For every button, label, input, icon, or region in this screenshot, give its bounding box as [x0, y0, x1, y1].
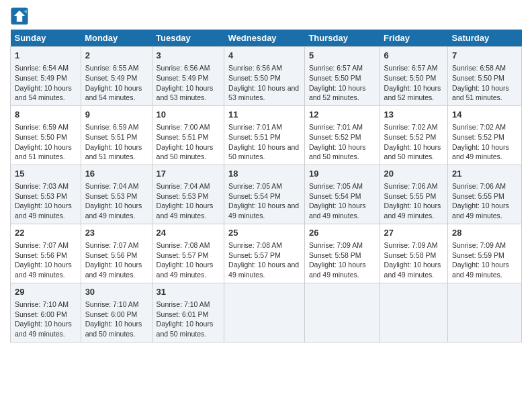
sunrise-label: Sunrise: 7:04 AM [157, 182, 210, 190]
sunrise-label: Sunrise: 7:02 AM [384, 123, 438, 131]
sunset-label: Sunset: 5:51 PM [157, 133, 209, 141]
sunset-label: Sunset: 5:57 PM [157, 251, 209, 259]
calendar-cell: 15Sunrise: 7:03 AMSunset: 5:53 PMDayligh… [11, 165, 81, 224]
sunrise-label: Sunrise: 7:09 AM [384, 241, 438, 249]
calendar-cell [380, 283, 448, 342]
sunrise-label: Sunrise: 6:59 AM [85, 123, 139, 131]
header-row [10, 7, 522, 26]
calendar-cell: 14Sunrise: 7:02 AMSunset: 5:52 PMDayligh… [448, 105, 522, 165]
daylight-label: Daylight: 10 hours and 49 minutes. [85, 201, 142, 220]
calendar-cell: 11Sunrise: 7:01 AMSunset: 5:51 PMDayligh… [224, 105, 305, 165]
daylight-label: Daylight: 10 hours and 51 minutes. [452, 84, 509, 102]
daylight-label: Daylight: 10 hours and 49 minutes. [228, 261, 299, 279]
daylight-label: Daylight: 10 hours and 49 minutes. [384, 201, 441, 220]
header-row-days: SundayMondayTuesdayWednesdayThursdayFrid… [11, 30, 522, 47]
day-number: 6 [384, 50, 444, 62]
calendar-cell [304, 283, 380, 342]
sunset-label: Sunset: 5:52 PM [452, 133, 504, 141]
sunrise-label: Sunrise: 7:00 AM [157, 123, 210, 131]
calendar-cell: 16Sunrise: 7:04 AMSunset: 5:53 PMDayligh… [81, 165, 152, 224]
calendar-cell: 21Sunrise: 7:06 AMSunset: 5:55 PMDayligh… [448, 165, 522, 224]
sunrise-label: Sunrise: 7:09 AM [309, 241, 363, 249]
daylight-label: Daylight: 10 hours and 49 minutes. [452, 201, 509, 220]
day-number: 21 [452, 168, 517, 180]
sunset-label: Sunset: 5:51 PM [85, 133, 138, 141]
sunset-label: Sunset: 5:52 PM [384, 133, 437, 141]
sunset-label: Sunset: 5:49 PM [15, 74, 67, 82]
calendar-table: SundayMondayTuesdayWednesdayThursdayFrid… [10, 30, 522, 342]
calendar-cell: 1Sunrise: 6:54 AMSunset: 5:49 PMDaylight… [11, 47, 81, 106]
day-number: 31 [157, 286, 220, 298]
logo [10, 7, 32, 26]
day-number: 5 [309, 50, 375, 62]
sunrise-label: Sunrise: 7:08 AM [228, 241, 282, 249]
daylight-label: Daylight: 10 hours and 49 minutes. [157, 201, 214, 220]
day-number: 25 [228, 227, 300, 239]
calendar-cell: 25Sunrise: 7:08 AMSunset: 5:57 PMDayligh… [224, 224, 305, 283]
daylight-label: Daylight: 10 hours and 49 minutes. [15, 201, 72, 220]
sunrise-label: Sunrise: 7:01 AM [228, 123, 282, 131]
daylight-label: Daylight: 10 hours and 50 minutes. [157, 143, 214, 161]
calendar-cell: 8Sunrise: 6:59 AMSunset: 5:50 PMDaylight… [11, 105, 81, 165]
day-number: 11 [228, 109, 300, 121]
sunset-label: Sunset: 5:58 PM [309, 251, 361, 259]
calendar-cell: 31Sunrise: 7:10 AMSunset: 6:01 PMDayligh… [152, 283, 224, 342]
calendar-cell: 10Sunrise: 7:00 AMSunset: 5:51 PMDayligh… [152, 105, 224, 165]
day-number: 22 [15, 227, 77, 239]
column-header-saturday: Saturday [448, 30, 522, 47]
day-number: 14 [452, 109, 517, 121]
calendar-cell: 22Sunrise: 7:07 AMSunset: 5:56 PMDayligh… [11, 224, 81, 283]
daylight-label: Daylight: 10 hours and 49 minutes. [452, 261, 509, 279]
column-header-wednesday: Wednesday [224, 30, 305, 47]
sunset-label: Sunset: 5:49 PM [85, 74, 138, 82]
day-number: 26 [309, 227, 375, 239]
calendar-cell: 3Sunrise: 6:56 AMSunset: 5:49 PMDaylight… [152, 47, 224, 106]
sunset-label: Sunset: 5:53 PM [157, 192, 209, 200]
day-number: 24 [157, 227, 220, 239]
sunrise-label: Sunrise: 6:55 AM [85, 64, 139, 72]
day-number: 8 [15, 109, 77, 121]
week-row-1: 1Sunrise: 6:54 AMSunset: 5:49 PMDaylight… [11, 47, 522, 106]
daylight-label: Daylight: 10 hours and 49 minutes. [15, 320, 72, 338]
daylight-label: Daylight: 10 hours and 54 minutes. [15, 84, 72, 102]
day-number: 10 [157, 109, 220, 121]
logo-icon [10, 7, 29, 26]
column-header-monday: Monday [81, 30, 152, 47]
calendar-cell: 9Sunrise: 6:59 AMSunset: 5:51 PMDaylight… [81, 105, 152, 165]
day-number: 7 [452, 50, 517, 62]
sunset-label: Sunset: 6:01 PM [157, 310, 209, 318]
sunrise-label: Sunrise: 7:03 AM [15, 182, 69, 190]
sunset-label: Sunset: 5:55 PM [384, 192, 437, 200]
sunrise-label: Sunrise: 7:07 AM [15, 241, 69, 249]
day-number: 28 [452, 227, 517, 239]
sunset-label: Sunset: 5:56 PM [15, 251, 67, 259]
daylight-label: Daylight: 10 hours and 49 minutes. [309, 201, 366, 220]
daylight-label: Daylight: 10 hours and 50 minutes. [228, 143, 299, 161]
day-number: 1 [15, 50, 77, 62]
daylight-label: Daylight: 10 hours and 50 minutes. [309, 143, 366, 161]
daylight-label: Daylight: 10 hours and 53 minutes. [157, 84, 214, 102]
day-number: 3 [157, 50, 220, 62]
sunset-label: Sunset: 5:51 PM [228, 133, 281, 141]
column-header-thursday: Thursday [304, 30, 380, 47]
daylight-label: Daylight: 10 hours and 49 minutes. [157, 261, 214, 279]
daylight-label: Daylight: 10 hours and 49 minutes. [452, 143, 509, 161]
day-number: 13 [384, 109, 444, 121]
calendar-cell: 24Sunrise: 7:08 AMSunset: 5:57 PMDayligh… [152, 224, 224, 283]
column-header-sunday: Sunday [11, 30, 81, 47]
sunrise-label: Sunrise: 7:06 AM [384, 182, 438, 190]
sunrise-label: Sunrise: 7:09 AM [452, 241, 506, 249]
sunset-label: Sunset: 5:50 PM [452, 74, 504, 82]
calendar-cell: 12Sunrise: 7:01 AMSunset: 5:52 PMDayligh… [304, 105, 380, 165]
sunrise-label: Sunrise: 6:56 AM [228, 64, 282, 72]
day-number: 19 [309, 168, 375, 180]
calendar-cell: 2Sunrise: 6:55 AMSunset: 5:49 PMDaylight… [81, 47, 152, 106]
day-number: 16 [85, 168, 148, 180]
calendar-cell: 7Sunrise: 6:58 AMSunset: 5:50 PMDaylight… [448, 47, 522, 106]
sunrise-label: Sunrise: 7:05 AM [228, 182, 282, 190]
calendar-cell: 28Sunrise: 7:09 AMSunset: 5:59 PMDayligh… [448, 224, 522, 283]
daylight-label: Daylight: 10 hours and 49 minutes. [309, 261, 366, 279]
calendar-cell: 4Sunrise: 6:56 AMSunset: 5:50 PMDaylight… [224, 47, 305, 106]
sunrise-label: Sunrise: 7:06 AM [452, 182, 506, 190]
daylight-label: Daylight: 10 hours and 49 minutes. [384, 261, 441, 279]
